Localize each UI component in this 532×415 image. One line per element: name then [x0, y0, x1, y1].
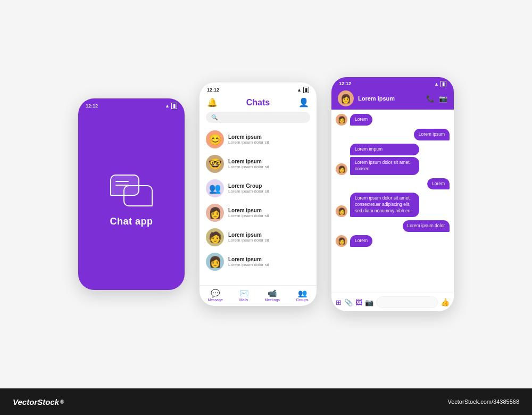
nav-groups-label: Groups: [296, 298, 309, 302]
message-row: Lorem ipsum: [336, 129, 450, 140]
video-call-icon[interactable]: 📷: [439, 95, 447, 103]
message-bubble: Lorem: [427, 178, 450, 190]
splash-time: 12:12: [86, 103, 98, 109]
reg-symbol: ®: [60, 399, 64, 405]
chat-name: Lorem ipsum: [228, 134, 310, 140]
chats-status-icons: ▲ ▮: [297, 87, 309, 93]
contact-avatar: 👩: [338, 90, 354, 106]
chat-preview: Lorem ipsum dolor sit: [228, 140, 310, 145]
chat-info: Lorem Group Lorem ipsum dolor sit: [228, 183, 310, 194]
list-item[interactable]: 👩 Lorem ipsum Lorem ipsum dolor sit: [200, 250, 317, 274]
message-row: 👩 Lorem: [336, 235, 450, 247]
msg-group: Lorem impum Lorem ipsum dolor sit amet, …: [350, 144, 419, 175]
chat-list: 😊 Lorem ipsum Lorem ipsum dolor sit 🤓 Lo…: [200, 127, 317, 285]
chats-battery-icon: ▮: [303, 87, 309, 93]
chat-info: Lorem ipsum Lorem ipsum dolor sit: [228, 134, 310, 145]
chat-info: Lorem ipsum Lorem ipsum dolor sit: [228, 208, 310, 218]
msg-avatar: 👩: [336, 205, 347, 217]
splash-content: Chat app: [78, 111, 185, 290]
list-item[interactable]: 🤓 Lorem ipsum Lorem ipsum dolor sit: [200, 152, 317, 176]
phone-splash: 12:12 ▲ ▮ Chat app: [78, 98, 185, 290]
message-row: 👩 Lorem ipsum dolor sit amet, consectetu…: [336, 193, 450, 217]
messages-area: 👩 Lorem Lorem ipsum 👩 Lorem impum Lorem …: [331, 110, 454, 293]
chat-status-icons: ▲ ▮: [434, 81, 446, 87]
search-icon: 🔍: [211, 114, 218, 120]
avatar-group: 👥: [206, 179, 224, 197]
nav-mails[interactable]: ✉️ Mails: [239, 289, 248, 302]
message-bubble: Lorem impum: [350, 144, 419, 155]
list-item[interactable]: 🧑 Lorem ipsum Lorem ipsum dolor sit: [200, 225, 317, 250]
message-input[interactable]: [376, 296, 438, 308]
nav-message-label: Message: [207, 298, 222, 302]
chat-input-bar: ⊞ 📎 🖼 📷 👍: [331, 293, 454, 311]
video-icon: 📹: [268, 289, 277, 297]
message-bubble: Lorem ipsum dolor sit amet, consec: [350, 157, 419, 175]
notification-bell-icon[interactable]: 🔔: [207, 97, 218, 107]
avatar: 🧑: [206, 228, 224, 246]
msg-avatar: 👩: [336, 235, 347, 247]
list-item[interactable]: 😊 Lorem ipsum Lorem ipsum dolor sit: [200, 127, 317, 152]
nav-message[interactable]: 💬 Message: [207, 289, 222, 302]
nav-meetings-label: Meetings: [264, 298, 279, 302]
chat-preview: Lorem ipsum dolor sit: [228, 213, 310, 218]
chat-status-bar: 12:12 ▲ ▮: [331, 77, 454, 87]
chat-preview: Lorem ipsum dolor sit: [228, 164, 310, 169]
like-send-button[interactable]: 👍: [440, 298, 450, 306]
message-icon: 💬: [211, 289, 220, 297]
message-bubble: Lorem ipsum dolor sit amet, consectetuer…: [350, 193, 419, 217]
bubble-back: [123, 185, 153, 206]
phone-chat: 12:12 ▲ ▮ 👩 Lorem ipsum 📞 📷 👩 Lorem Lore…: [331, 77, 454, 311]
list-item[interactable]: 👩 Lorem ipsum Lorem ipsum dolor sit: [200, 201, 317, 225]
chat-name: Lorem ipsum: [228, 232, 310, 238]
chat-time: 12:12: [339, 81, 351, 87]
chat-battery-icon: ▮: [440, 81, 446, 87]
msg-avatar: 👩: [336, 163, 347, 175]
chat-bubbles-icon: [110, 175, 153, 206]
chats-status-bar: 12:12 ▲ ▮: [200, 82, 317, 95]
brand-name: VectorStock: [13, 397, 59, 406]
chat-name: Lorem ipsum: [228, 208, 310, 213]
avatar: 🤓: [206, 155, 224, 173]
splash-title: Chat app: [110, 216, 153, 227]
nav-meetings[interactable]: 📹 Meetings: [264, 289, 279, 302]
camera-icon[interactable]: 📷: [365, 298, 373, 306]
message-row: Lorem ipsum dolor: [336, 220, 450, 232]
avatar: 👩: [206, 204, 224, 222]
message-row: 👩 Lorem: [336, 114, 450, 126]
splash-status-icons: ▲ ▮: [165, 103, 177, 109]
nav-mails-label: Mails: [239, 298, 248, 302]
msg-avatar: 👩: [336, 114, 347, 126]
top-bar-action-icons: 📞 📷: [426, 95, 447, 103]
chat-name: Lorem ipsum: [228, 159, 310, 164]
chat-wifi-icon: ▲: [434, 81, 439, 87]
image-icon[interactable]: 🖼: [355, 298, 362, 306]
chat-info: Lorem ipsum Lorem ipsum dolor sit: [228, 159, 310, 169]
bottom-nav: 💬 Message ✉️ Mails 📹 Meetings 👥 Groups: [200, 285, 317, 306]
chats-header: 🔔 Chats 👤: [200, 95, 317, 112]
message-bubble: Lorem: [350, 235, 372, 247]
message-bubble: Lorem ipsum: [414, 129, 450, 140]
message-bubble: Lorem ipsum dolor: [403, 220, 450, 232]
footer-bar: VectorStock ® VectorStock.com/34385568: [0, 388, 532, 415]
chat-name: Lorem Group: [228, 183, 310, 189]
profile-icon[interactable]: 👤: [298, 97, 309, 107]
apps-icon[interactable]: ⊞: [336, 298, 342, 306]
nav-groups[interactable]: 👥 Groups: [296, 289, 309, 302]
chat-info: Lorem ipsum Lorem ipsum dolor sit: [228, 256, 310, 267]
chats-title: Chats: [246, 98, 270, 107]
avatar: 👩: [206, 253, 224, 271]
message-row: 👩 Lorem impum Lorem ipsum dolor sit amet…: [336, 144, 450, 175]
chat-name: Lorem ipsum: [228, 256, 310, 262]
search-bar[interactable]: 🔍: [206, 112, 310, 123]
chat-preview: Lorem ipsum dolor sit: [228, 238, 310, 243]
chat-preview: Lorem ipsum dolor sit: [228, 262, 310, 267]
chat-preview: Lorem ipsum dolor sit: [228, 189, 310, 194]
message-bubble: Lorem: [350, 114, 372, 126]
attachment-icon[interactable]: 📎: [344, 298, 353, 306]
phone-icon[interactable]: 📞: [426, 95, 435, 103]
list-item[interactable]: 👥 Lorem Group Lorem ipsum dolor sit: [200, 176, 317, 201]
main-area: 12:12 ▲ ▮ Chat app 12:12 ▲ ▮ 🔔 Chats: [0, 0, 532, 388]
contact-name: Lorem ipsum: [358, 95, 422, 102]
brand-logo: VectorStock ®: [13, 397, 64, 406]
chat-top-bar: 👩 Lorem ipsum 📞 📷: [331, 87, 454, 110]
